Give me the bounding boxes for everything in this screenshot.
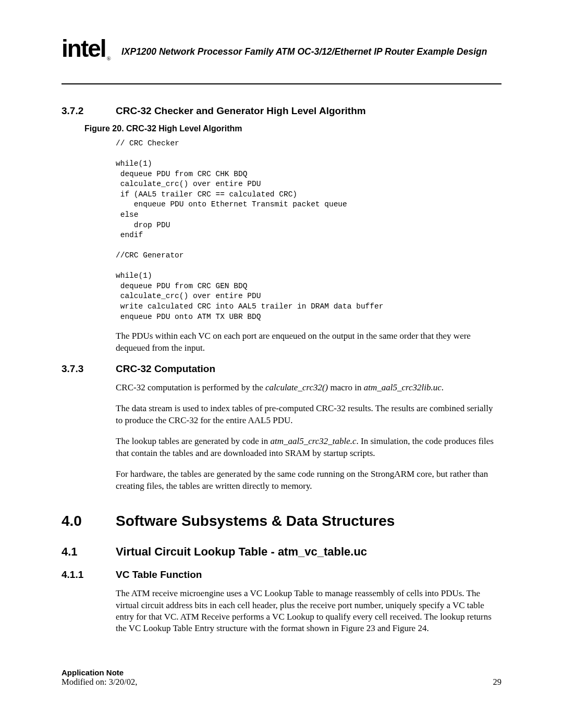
paragraph: The ATM receive microengine uses a VC Lo… bbox=[116, 588, 501, 635]
section-number: 3.7.2 bbox=[62, 105, 116, 117]
section-3-7-3-heading: 3.7.3 CRC-32 Computation bbox=[62, 363, 501, 375]
paragraph: For hardware, the tables are generated b… bbox=[116, 468, 501, 492]
page: intel ® IXP1200 Network Processor Family… bbox=[0, 0, 563, 728]
text: CRC-32 computation is performed by the bbox=[116, 382, 265, 392]
italic-text: calculate_crc32() bbox=[265, 382, 328, 392]
section-number: 4.0 bbox=[62, 513, 116, 529]
text: The lookup tables are generated by code … bbox=[116, 436, 270, 446]
footer-left: Application Note Modified on: 3/20/02, bbox=[62, 668, 137, 687]
section-4-1-1-heading: 4.1.1 VC Table Function bbox=[62, 569, 501, 581]
text: . bbox=[442, 382, 444, 392]
crc32-algorithm-code: // CRC Checker while(1) dequeue PDU from… bbox=[116, 139, 501, 322]
paragraph: The data stream is used to index tables … bbox=[116, 403, 501, 426]
section-title: CRC-32 Checker and Generator High Level … bbox=[116, 105, 366, 117]
section-number: 4.1 bbox=[62, 545, 116, 559]
section-title: VC Table Function bbox=[116, 569, 202, 581]
section-title: Virtual Circuit Lookup Table - atm_vc_ta… bbox=[116, 545, 367, 559]
section-title: CRC-32 Computation bbox=[116, 363, 215, 375]
section-title: Software Subsystems & Data Structures bbox=[116, 513, 395, 529]
document-title: IXP1200 Network Processor Family ATM OC-… bbox=[121, 46, 487, 57]
paragraph: CRC-32 computation is performed by the c… bbox=[116, 382, 501, 393]
logo-wrap: intel ® bbox=[62, 36, 118, 60]
text: macro in bbox=[328, 382, 363, 392]
modified-date: Modified on: 3/20/02, bbox=[62, 677, 137, 687]
intel-logo: intel bbox=[62, 36, 106, 60]
figure-20-caption: Figure 20. CRC-32 High Level Algorithm bbox=[84, 124, 501, 133]
section-number: 4.1.1 bbox=[62, 569, 116, 581]
registered-mark: ® bbox=[107, 55, 111, 61]
section-4-0-heading: 4.0 Software Subsystems & Data Structure… bbox=[62, 513, 501, 529]
page-footer: Application Note Modified on: 3/20/02, 2… bbox=[62, 668, 501, 687]
page-header: intel ® IXP1200 Network Processor Family… bbox=[62, 36, 501, 60]
section-number: 3.7.3 bbox=[62, 363, 116, 375]
section-4-1-heading: 4.1 Virtual Circuit Lookup Table - atm_v… bbox=[62, 545, 501, 559]
paragraph: The lookup tables are generated by code … bbox=[116, 436, 501, 459]
paragraph: The PDUs within each VC on each port are… bbox=[116, 330, 501, 354]
page-number: 29 bbox=[493, 677, 502, 687]
italic-text: atm_aal5_crc32_table.c bbox=[270, 436, 356, 446]
application-note-label: Application Note bbox=[62, 668, 137, 677]
section-3-7-2-heading: 3.7.2 CRC-32 Checker and Generator High … bbox=[62, 105, 501, 117]
header-rule bbox=[62, 83, 501, 84]
italic-text: atm_aal5_crc32lib.uc bbox=[364, 382, 442, 392]
